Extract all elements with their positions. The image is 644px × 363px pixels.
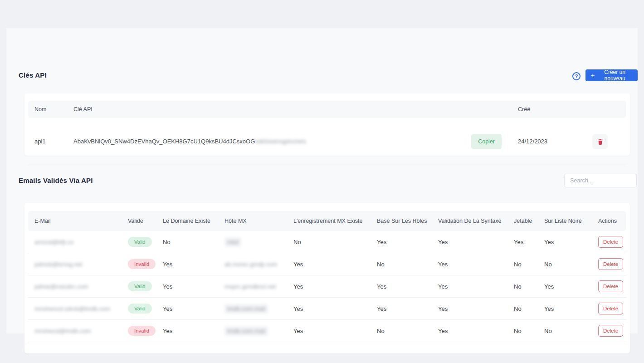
blacklisted-value: Yes [538, 239, 592, 245]
blacklisted-value: Yes [538, 305, 592, 312]
mx-host-redacted: alt.mxrec.gmdjr.com [224, 261, 277, 268]
plus-icon: + [591, 72, 595, 79]
email-row: amsnd@kfjt.co Valid No mkd No Yes Yes Ye… [28, 231, 626, 253]
disposable-value: No [507, 305, 538, 312]
role-based-value: No [371, 261, 432, 268]
mx-host-redacted: mkd [224, 237, 241, 247]
mx-host-redacted: lmdb.com.mail [224, 304, 268, 314]
api-key-value-redacted: hdkfslwtmqjdnchels [255, 138, 306, 145]
col-header-domaine-existe: Le Domaine Existe [156, 218, 218, 224]
email-row: pdmw@nstudrc.com Valid Yes mxprc.grmdknc… [28, 275, 626, 298]
emails-table-header: E-Mail Valide Le Domaine Existe Hôte MX … [28, 211, 626, 231]
create-api-key-button[interactable]: + Créer un nouveau [585, 69, 638, 81]
mx-host-redacted: lmdb.com.mail [224, 326, 268, 336]
col-header-enregistrement-mx: L'enregistrement MX Existe [287, 218, 371, 224]
mx-record-exists-value: Yes [287, 261, 371, 268]
delete-email-button[interactable]: Delete [598, 258, 623, 270]
api-key-name: api1 [28, 138, 67, 145]
email-address-redacted: mnshwncd.sdrcb@lmdb.com [34, 305, 110, 312]
blacklisted-value: Yes [538, 283, 592, 290]
domain-exists-value: Yes [156, 328, 218, 334]
status-badge: Invalid [128, 259, 156, 269]
help-icon[interactable]: ? [572, 72, 581, 80]
col-header-nom: Nom [28, 106, 67, 113]
emails-card: E-Mail Valide Le Domaine Existe Hôte MX … [24, 203, 630, 353]
delete-email-button[interactable]: Delete [598, 280, 623, 292]
blacklisted-value: No [538, 261, 592, 268]
email-row: mnshwncd.sdrcb@lmdb.com Valid Yes lmdb.c… [28, 298, 626, 320]
status-badge: Valid [128, 237, 152, 247]
mx-record-exists-value: Yes [287, 283, 371, 290]
mx-record-exists-value: No [287, 239, 371, 245]
emails-title: Emails Validés Via API [19, 177, 93, 184]
email-address-redacted: pdmsb@krnsg.net [34, 261, 83, 268]
api-key-created-date: 24/12/2023 [512, 138, 581, 145]
api-keys-title: Clés API [19, 71, 47, 79]
disposable-value: No [507, 283, 538, 290]
email-address-redacted: amsnd@kfjt.co [34, 239, 73, 245]
mx-host-redacted: mxprc.grmdkncl.net [224, 283, 276, 290]
syntax-validation-value: Yes [432, 239, 507, 245]
role-based-value: Yes [371, 305, 432, 312]
email-row: pdmsb@krnsg.net Invalid Yes alt.mxrec.gm… [28, 253, 626, 275]
email-address-redacted: pdmw@nstudrc.com [34, 283, 88, 290]
status-badge: Valid [128, 304, 152, 314]
status-badge: Invalid [128, 326, 156, 336]
delete-email-button[interactable]: Delete [598, 325, 623, 337]
syntax-validation-value: Yes [432, 328, 507, 334]
col-header-email: E-Mail [28, 218, 122, 224]
syntax-validation-value: Yes [432, 305, 507, 312]
domain-exists-value: Yes [156, 305, 218, 312]
role-based-value: No [371, 328, 432, 334]
create-api-key-label: Créer un nouveau [597, 69, 632, 82]
trash-icon [597, 138, 604, 145]
role-based-value: Yes [371, 239, 432, 245]
api-keys-card: Nom Clé API Créé api1 AbaKvBNiQv0_SNw4Dz… [24, 93, 630, 156]
delete-api-key-button[interactable] [592, 134, 608, 149]
delete-email-button[interactable]: Delete [598, 303, 623, 314]
syntax-validation-value: Yes [432, 283, 507, 290]
mx-record-exists-value: Yes [287, 328, 371, 334]
domain-exists-value: Yes [156, 261, 218, 268]
delete-email-button[interactable]: Delete [598, 236, 623, 248]
disposable-value: Yes [507, 239, 538, 245]
col-header-cree: Créé [512, 106, 581, 113]
col-header-valide: Valide [122, 218, 156, 224]
api-key-value: AbaKvBNiQv0_SNw4DzEVhaQv_OEKH8G7cU1Q9ksB… [73, 138, 255, 145]
search-input[interactable] [564, 174, 637, 187]
col-header-base-roles: Basé Sur Les Rôles [371, 218, 432, 224]
email-address-redacted: mnshwcd@lmdb.com [34, 328, 91, 334]
disposable-value: No [507, 328, 538, 334]
domain-exists-value: No [156, 239, 218, 245]
col-header-jetable: Jetable [507, 218, 538, 224]
col-header-hote-mx: Hôte MX [218, 218, 287, 224]
api-key-row: api1 AbaKvBNiQv0_SNw4DzEVhaQv_OEKH8G7cU1… [28, 118, 626, 165]
copy-api-key-button[interactable]: Copier [471, 134, 502, 149]
blacklisted-value: No [538, 328, 592, 334]
syntax-validation-value: Yes [432, 261, 507, 268]
disposable-value: No [507, 261, 538, 268]
col-header-cle-api: Clé API [67, 106, 512, 113]
content-panel: Clés API ? + Créer un nouveau Nom Clé AP… [6, 28, 638, 334]
col-header-liste-noire: Sur Liste Noire [538, 218, 592, 224]
role-based-value: Yes [371, 283, 432, 290]
api-keys-table-header: Nom Clé API Créé [28, 101, 626, 118]
domain-exists-value: Yes [156, 283, 218, 290]
status-badge: Valid [128, 281, 152, 291]
email-row: mnshwcd@lmdb.com Invalid Yes lmdb.com.ma… [28, 320, 626, 342]
mx-record-exists-value: Yes [287, 305, 371, 312]
col-header-validation-syntaxe: Validation De La Syntaxe [432, 218, 507, 224]
col-header-actions: Actions [592, 218, 626, 224]
